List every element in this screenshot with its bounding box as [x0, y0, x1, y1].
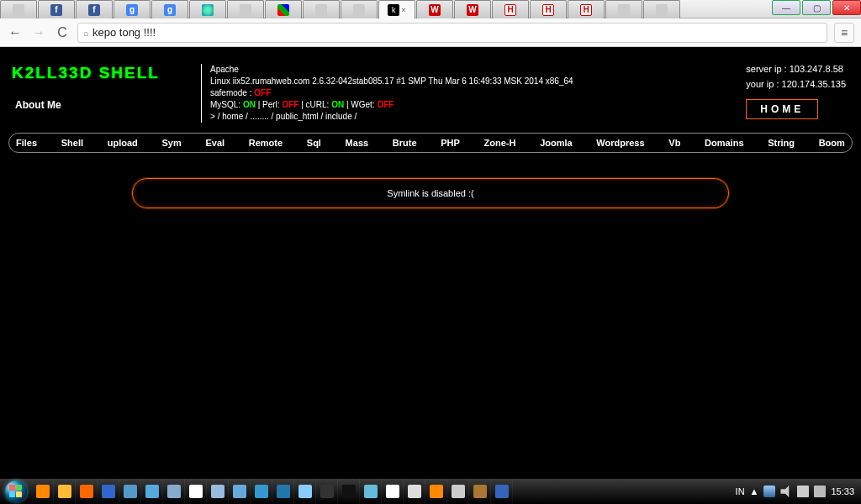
menu-item-php[interactable]: PHP [441, 138, 460, 148]
taskbar-app[interactable] [316, 479, 338, 504]
browser-tab[interactable] [189, 0, 226, 18]
tab-favicon-icon [353, 4, 365, 16]
menu-item-remote[interactable]: Remote [249, 138, 283, 148]
shell-title: K2LL33D SHELL [12, 64, 201, 123]
volume-icon[interactable] [780, 486, 792, 497]
path-part[interactable]: / [355, 112, 357, 121]
browser-tab[interactable]: W [416, 0, 453, 18]
browser-tab[interactable]: H [568, 0, 605, 18]
menu-item-wordpress[interactable]: Wordpress [596, 138, 644, 148]
menu-item-upload[interactable]: upload [108, 138, 138, 148]
tray-up-icon[interactable]: ▲ [750, 486, 759, 496]
taskbar-app[interactable] [229, 479, 251, 504]
taskbar-app[interactable] [272, 479, 294, 504]
menu-item-string[interactable]: String [768, 138, 795, 148]
browser-tab[interactable]: f [38, 0, 75, 18]
url-text: kepo tong !!!! [92, 26, 156, 39]
taskbar-app[interactable] [491, 479, 513, 504]
tab-favicon-icon [202, 4, 214, 16]
back-button[interactable]: ← [7, 24, 24, 41]
browser-tab[interactable] [227, 0, 264, 18]
taskbar-app[interactable] [404, 479, 425, 504]
menu-item-sym[interactable]: Sym [162, 138, 182, 148]
taskbar-app-icon [364, 485, 378, 498]
menu-item-files[interactable]: Files [16, 138, 37, 148]
browser-tab[interactable]: g [114, 0, 151, 18]
tab-favicon-icon: f [88, 4, 100, 16]
menu-item-eval[interactable]: Eval [205, 138, 224, 148]
home-button[interactable]: HOME [746, 99, 818, 119]
path-part[interactable]: / public_html [272, 112, 319, 121]
taskbar-app-icon [298, 485, 312, 498]
menu-item-zone-h[interactable]: Zone-H [484, 138, 516, 148]
tray-lang[interactable]: IN [736, 486, 745, 496]
tab-favicon-icon: H [504, 4, 516, 16]
taskbar-items [32, 479, 513, 504]
browser-tab[interactable] [341, 0, 378, 18]
taskbar-app[interactable] [469, 479, 491, 504]
browser-tab[interactable]: H [492, 0, 529, 18]
taskbar-app[interactable] [360, 479, 382, 504]
browser-tab[interactable]: H [530, 0, 567, 18]
menu-item-sql[interactable]: Sql [307, 138, 321, 148]
browser-tab[interactable]: W [454, 0, 491, 18]
tab-favicon-icon: f [50, 4, 62, 16]
forward-button[interactable]: → [30, 24, 47, 41]
path-part[interactable]: / home [218, 112, 244, 121]
taskbar-app[interactable] [32, 479, 54, 504]
taskbar-app[interactable] [294, 479, 316, 504]
menu-item-mass[interactable]: Mass [346, 138, 369, 148]
tab-favicon-icon [277, 4, 289, 16]
minimize-button[interactable]: — [772, 0, 800, 15]
taskbar-app[interactable] [141, 479, 163, 504]
tab-favicon-icon [618, 4, 630, 16]
path-part[interactable]: / ........ [246, 112, 269, 121]
reload-button[interactable]: C [54, 24, 71, 41]
chrome-menu-button[interactable]: ≡ [834, 23, 854, 43]
url-bar[interactable]: ⌕ kepo tong !!!! [77, 23, 827, 43]
taskbar-app[interactable] [76, 479, 98, 504]
taskbar-app[interactable] [119, 479, 141, 504]
browser-tab[interactable] [643, 0, 680, 18]
taskbar-app[interactable] [185, 479, 207, 504]
browser-navbar: ← → C ⌕ kepo tong !!!! ≡ [0, 18, 861, 47]
browser-tab[interactable] [265, 0, 302, 18]
start-button[interactable] [0, 479, 32, 504]
browser-tab[interactable]: f [76, 0, 113, 18]
taskbar-app[interactable] [425, 479, 447, 504]
browser-tab[interactable] [0, 0, 37, 18]
about-link[interactable]: About Me [15, 99, 61, 111]
browser-tab[interactable] [605, 0, 642, 18]
server-ip: server ip : 103.247.8.58 [746, 64, 846, 74]
browser-tab[interactable]: g [151, 0, 188, 18]
action-center-icon[interactable] [814, 486, 826, 497]
taskbar-app[interactable] [207, 479, 229, 504]
windows-orb-icon [5, 480, 27, 502]
menu-item-shell[interactable]: Shell [61, 138, 83, 148]
clock[interactable]: 15:33 [831, 486, 854, 496]
taskbar-app[interactable] [163, 479, 185, 504]
menu-item-domains[interactable]: Domains [705, 138, 743, 148]
taskbar-app[interactable] [338, 479, 360, 504]
menu-item-joomla[interactable]: Joomla [540, 138, 573, 148]
taskbar-app-icon [342, 485, 356, 498]
taskbar-app[interactable] [251, 479, 272, 504]
taskbar-app[interactable] [98, 479, 119, 504]
path-part[interactable]: / include [320, 112, 351, 121]
taskbar-app[interactable] [447, 479, 469, 504]
taskbar-app[interactable] [382, 479, 404, 504]
network-icon[interactable] [763, 486, 775, 497]
close-button[interactable]: ✕ [832, 0, 861, 15]
maximize-button[interactable]: ▢ [802, 0, 831, 15]
shell-menubar: FilesShelluploadSymEvalRemoteSqlMassBrut… [8, 133, 853, 153]
menu-item-boom[interactable]: Boom [819, 138, 845, 148]
browser-tab[interactable]: k× [378, 0, 415, 18]
tab-close-icon[interactable]: × [401, 6, 405, 14]
taskbar-app-icon [80, 485, 93, 498]
taskbar-app[interactable] [54, 479, 76, 504]
tab-favicon-icon: H [580, 4, 592, 16]
battery-icon[interactable] [797, 486, 809, 497]
menu-item-vb[interactable]: Vb [668, 138, 680, 148]
browser-tab[interactable] [303, 0, 340, 18]
menu-item-brute[interactable]: Brute [393, 138, 417, 148]
